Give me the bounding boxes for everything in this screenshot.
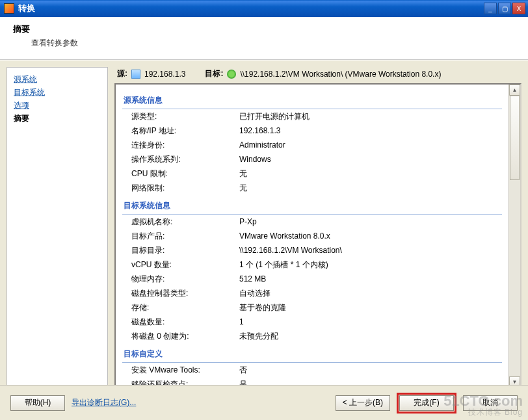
kv-label: 物理内存: <box>131 273 239 285</box>
kv-value: 基于卷的克隆 <box>239 302 502 313</box>
scroll-up-button[interactable]: ▲ <box>509 85 520 96</box>
summary-box: 源系统信息源类型:已打开电源的计算机名称/IP 地址:192.168.1.3连接… <box>114 83 521 389</box>
source-target-line: 源: 192.168.1.3 目标: \\192.168.1.2\VM Work… <box>114 67 521 83</box>
kv-row: 磁盘数量:1 <box>122 315 502 329</box>
minimize-button[interactable]: _ <box>484 3 497 14</box>
wizard-header: 摘要 查看转换参数 <box>0 17 528 60</box>
kv-row: 将磁盘 0 创建为:未预先分配 <box>122 329 502 343</box>
kv-value: \\192.168.1.2\VM Worksation\ <box>239 244 502 256</box>
dst-value: \\192.168.1.2\VM Worksation\ (VMware Wor… <box>240 70 441 79</box>
nav-item-target[interactable]: 目标系统 <box>14 86 101 99</box>
help-button[interactable]: 帮助(H) <box>10 395 65 411</box>
finish-button[interactable]: 完成(F) <box>399 395 454 411</box>
kv-row: 安装 VMware Tools:否 <box>122 363 502 377</box>
summary-scroll[interactable]: 源系统信息源类型:已打开电源的计算机名称/IP 地址:192.168.1.3连接… <box>116 85 508 387</box>
kv-row: 目标产品:VMware Workstation 8.0.x <box>122 229 502 243</box>
target-icon <box>227 70 236 79</box>
titlebar: 转换 _ ▢ X <box>0 0 528 17</box>
dst-label: 目标: <box>205 68 223 79</box>
section-header: 源系统信息 <box>122 92 502 109</box>
kv-label: 源类型: <box>131 111 239 122</box>
kv-label: 存储: <box>131 302 239 313</box>
kv-label: 连接身份: <box>131 139 239 151</box>
kv-value: P-Xp <box>239 216 502 228</box>
kv-value: 1 <box>239 316 502 328</box>
kv-row: 物理内存:512 MB <box>122 272 502 286</box>
kv-label: 操作系统系列: <box>131 153 239 165</box>
window-title: 转换 <box>18 3 35 14</box>
kv-label: 磁盘控制器类型: <box>131 287 239 299</box>
kv-label: 磁盘数量: <box>131 316 239 328</box>
kv-value: 1 个 (1 个插槽 * 1 个内核) <box>239 259 502 270</box>
computer-icon <box>131 70 140 79</box>
kv-value: Administrator <box>239 139 502 151</box>
kv-label: 目标目录: <box>131 244 239 256</box>
kv-row: vCPU 数量:1 个 (1 个插槽 * 1 个内核) <box>122 257 502 272</box>
window-controls: _ ▢ X <box>484 3 525 14</box>
src-label: 源: <box>117 68 127 79</box>
kv-label: 网络限制: <box>131 182 239 194</box>
kv-label: 将磁盘 0 创建为: <box>131 330 239 342</box>
finish-highlight: 完成(F) <box>397 393 456 413</box>
kv-value: 无 <box>239 182 502 194</box>
kv-value: VMware Workstation 8.0.x <box>239 230 502 242</box>
kv-label: 安装 VMware Tools: <box>131 364 239 376</box>
kv-value: 无 <box>239 168 502 179</box>
section-header: 目标系统信息 <box>122 198 502 215</box>
scroll-thumb[interactable] <box>510 96 520 180</box>
kv-value: 512 MB <box>239 273 502 285</box>
kv-label: 名称/IP 地址: <box>131 125 239 137</box>
kv-row: 虚拟机名称:P-Xp <box>122 215 502 229</box>
kv-row: 存储:基于卷的克隆 <box>122 300 502 315</box>
kv-value: 否 <box>239 364 502 376</box>
kv-row: 磁盘控制器类型:自动选择 <box>122 286 502 300</box>
wizard-body: 源系统 目标系统 选项 摘要 源: 192.168.1.3 目标: \\192.… <box>0 60 528 389</box>
kv-label: 虚拟机名称: <box>131 216 239 228</box>
kv-row: CPU 限制:无 <box>122 166 502 181</box>
section-header: 目标自定义 <box>122 346 502 363</box>
kv-row: 源类型:已打开电源的计算机 <box>122 109 502 124</box>
page-title: 摘要 <box>13 23 515 35</box>
kv-value: 自动选择 <box>239 287 502 299</box>
kv-value: 已打开电源的计算机 <box>239 111 502 122</box>
back-button[interactable]: < 上一步(B) <box>336 395 390 411</box>
nav-item-options[interactable]: 选项 <box>14 99 101 112</box>
page-subtitle: 查看转换参数 <box>13 38 515 49</box>
kv-row: 连接身份:Administrator <box>122 138 502 152</box>
kv-value: Windows <box>239 153 502 165</box>
wizard-footer: 帮助(H) 导出诊断日志(G)... < 上一步(B) 完成(F) 取消 <box>0 385 528 420</box>
kv-row: 目标目录:\\192.168.1.2\VM Worksation\ <box>122 243 502 257</box>
detail-panel: 源: 192.168.1.3 目标: \\192.168.1.2\VM Work… <box>114 67 521 389</box>
app-icon <box>4 3 14 14</box>
kv-label: 目标产品: <box>131 230 239 242</box>
nav-item-source[interactable]: 源系统 <box>14 73 101 86</box>
wizard-nav: 源系统 目标系统 选项 摘要 <box>7 67 108 389</box>
kv-row: 操作系统系列:Windows <box>122 152 502 166</box>
scrollbar[interactable]: ▲ ▼ <box>508 85 520 387</box>
kv-label: vCPU 数量: <box>131 259 239 270</box>
kv-row: 名称/IP 地址:192.168.1.3 <box>122 124 502 138</box>
nav-item-summary: 摘要 <box>14 114 29 123</box>
kv-value: 未预先分配 <box>239 330 502 342</box>
close-button[interactable]: X <box>512 3 525 14</box>
kv-label: CPU 限制: <box>131 168 239 179</box>
src-value: 192.168.1.3 <box>144 70 185 79</box>
maximize-button[interactable]: ▢ <box>498 3 511 14</box>
kv-value: 192.168.1.3 <box>239 125 502 137</box>
cancel-button[interactable]: 取消 <box>463 395 518 411</box>
kv-row: 网络限制:无 <box>122 181 502 195</box>
export-log-link[interactable]: 导出诊断日志(G)... <box>72 397 136 408</box>
